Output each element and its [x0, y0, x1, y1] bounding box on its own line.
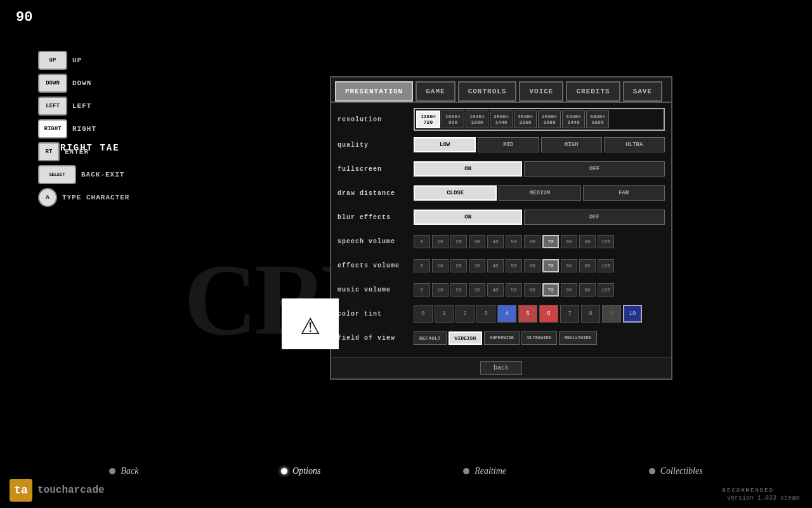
mv-60[interactable]: 60 [524, 283, 540, 297]
warning-icon [282, 298, 339, 349]
fov-default[interactable]: DEFAULT [414, 331, 447, 345]
fullscreen-on[interactable]: ON [414, 161, 522, 177]
ev-0[interactable]: 0 [414, 259, 430, 272]
type-char-label: TYPE CHARACTER [62, 194, 129, 201]
speech-volume-label: speech volume [337, 238, 414, 245]
fov-options: DEFAULT WIDEISH SUPERWIDE ULTRAWIDE REAL… [414, 331, 665, 345]
mv-100[interactable]: 100 [598, 283, 614, 297]
bottom-nav: Back Options Realtime Collectibles [0, 466, 812, 476]
mv-20[interactable]: 20 [450, 283, 467, 297]
ev-20[interactable]: 20 [450, 259, 467, 272]
sv-10[interactable]: 10 [432, 235, 449, 248]
ct-6[interactable]: 6 [539, 305, 558, 323]
speech-volume-row: speech volume 0 10 20 30 40 50 60 70 80 … [337, 231, 665, 251]
music-volume-label: music volume [337, 286, 414, 293]
draw-far[interactable]: FAR [583, 185, 665, 201]
sv-50[interactable]: 50 [506, 235, 522, 248]
draw-medium[interactable]: MEDIUM [499, 185, 580, 201]
ct-5[interactable]: 5 [518, 305, 537, 323]
mv-70[interactable]: 70 [542, 283, 559, 297]
mv-50[interactable]: 50 [506, 283, 522, 297]
ev-40[interactable]: 40 [487, 259, 504, 272]
quality-mid[interactable]: MID [478, 137, 539, 152]
tab-controls[interactable]: CONTROLS [458, 81, 517, 102]
tab-presentation[interactable]: PRESENTATION [335, 81, 413, 102]
ct-9[interactable]: 9 [602, 305, 621, 323]
mv-40[interactable]: 40 [487, 283, 504, 297]
nav-dot-collectibles [649, 468, 655, 474]
ct-10[interactable]: 10 [623, 305, 642, 323]
ct-7[interactable]: 7 [560, 305, 579, 323]
res-3840[interactable]: 3840×2160 [514, 110, 537, 128]
fov-reallywide[interactable]: REALLYWIDE [559, 331, 597, 345]
sv-0[interactable]: 0 [414, 235, 430, 248]
draw-close[interactable]: CLOSE [414, 185, 497, 201]
ev-10[interactable]: 10 [432, 259, 449, 272]
ev-80[interactable]: 80 [561, 259, 577, 272]
res-1600[interactable]: 1600×900 [442, 110, 464, 128]
nav-back: Back [109, 466, 138, 476]
sv-100[interactable]: 100 [598, 235, 614, 248]
ct-4[interactable]: 4 [497, 305, 516, 323]
mv-80[interactable]: 80 [561, 283, 577, 297]
nav-realtime: Realtime [463, 466, 506, 476]
fov-superwide[interactable]: SUPERWIDE [484, 331, 520, 345]
ta-name: toucharcade [37, 485, 105, 496]
quality-high[interactable]: HIGH [541, 137, 602, 152]
sv-90[interactable]: 90 [579, 235, 596, 248]
res-1280[interactable]: 1280×720 [416, 110, 440, 128]
tab-voice[interactable]: VOICE [519, 81, 563, 102]
sv-60[interactable]: 60 [524, 235, 540, 248]
up-label: UP [72, 57, 82, 64]
tab-save[interactable]: SAVE [623, 81, 662, 102]
fov-row: field of view DEFAULT WIDEISH SUPERWIDE … [337, 328, 665, 348]
ev-50[interactable]: 50 [506, 259, 522, 272]
music-volume-row: music volume 0 10 20 30 40 50 60 70 80 9… [337, 279, 665, 300]
nav-dot-back [109, 468, 115, 474]
ev-70[interactable]: 70 [542, 259, 559, 272]
ev-90[interactable]: 90 [579, 259, 596, 272]
fov-wideish[interactable]: WIDEISH [449, 331, 483, 345]
res-3840-1600[interactable]: 3840×1600 [586, 110, 609, 128]
ctrl-up: UP UP [38, 51, 129, 70]
quality-options: LOW MID HIGH ULTRA [414, 137, 665, 152]
fullscreen-off[interactable]: OFF [524, 161, 665, 177]
ev-100[interactable]: 100 [598, 259, 614, 272]
sv-40[interactable]: 40 [487, 235, 504, 248]
ev-60[interactable]: 60 [524, 259, 540, 272]
quality-row: quality LOW MID HIGH ULTRA [337, 135, 665, 155]
mv-10[interactable]: 10 [432, 283, 449, 297]
mv-30[interactable]: 30 [469, 283, 485, 297]
sv-80[interactable]: 80 [561, 235, 577, 248]
resolution-row: resolution 1280×720 1600×900 1920×1080 2… [337, 108, 665, 131]
blur-effects-options: ON OFF [414, 210, 665, 225]
sv-70[interactable]: 70 [542, 235, 559, 248]
mv-0[interactable]: 0 [414, 283, 430, 297]
sv-20[interactable]: 20 [450, 235, 467, 248]
left-label: LEFT [72, 102, 91, 110]
blur-off[interactable]: OFF [524, 210, 665, 225]
version-text: version 1.033 steam [727, 495, 799, 502]
ct-0[interactable]: 0 [414, 305, 433, 323]
res-2560-1080[interactable]: 2560×1080 [538, 110, 561, 128]
fov-ultrawide[interactable]: ULTRAWIDE [521, 331, 557, 345]
right-button: RIGHT [38, 119, 67, 138]
sv-30[interactable]: 30 [469, 235, 485, 248]
res-1920[interactable]: 1920×1080 [466, 110, 488, 128]
tab-credits[interactable]: CREDITS [566, 81, 620, 102]
rt-button: RT [38, 142, 60, 161]
mv-90[interactable]: 90 [579, 283, 596, 297]
blur-on[interactable]: ON [414, 210, 522, 225]
ct-1[interactable]: 1 [435, 305, 454, 323]
res-3440[interactable]: 3440×1440 [562, 110, 585, 128]
res-2560-1440[interactable]: 2560×1440 [490, 110, 513, 128]
color-tint-options: 0 1 2 3 4 5 6 7 8 9 10 [414, 305, 665, 323]
ev-30[interactable]: 30 [469, 259, 485, 272]
ct-2[interactable]: 2 [455, 305, 475, 323]
ct-3[interactable]: 3 [476, 305, 495, 323]
tab-game[interactable]: GAME [416, 81, 455, 102]
back-button[interactable]: back [480, 361, 522, 375]
ct-8[interactable]: 8 [581, 305, 600, 323]
quality-low[interactable]: LOW [414, 137, 476, 152]
quality-ultra[interactable]: ULTRA [604, 137, 665, 152]
